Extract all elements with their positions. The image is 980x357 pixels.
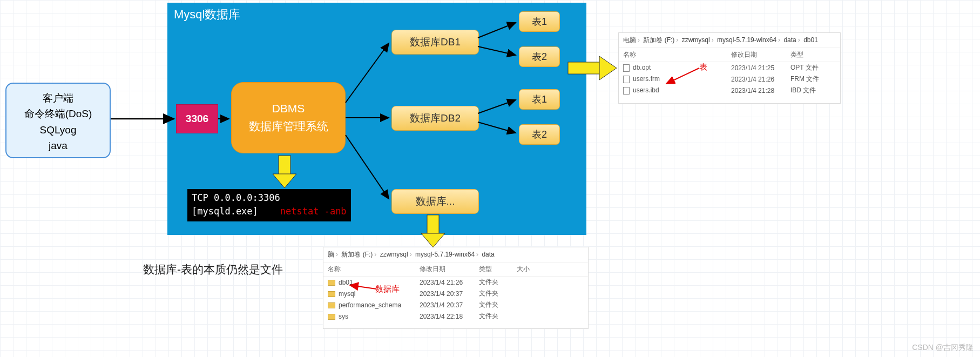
file-list-header: 名称 修改日期 类型 — [619, 48, 840, 62]
file-list-header: 名称 修改日期 类型 大小 — [323, 262, 588, 277]
watermark: CSDN @吉冈秀隆 — [912, 343, 974, 353]
table1-a-box: 表1 — [519, 11, 560, 32]
client-line2: 命令终端(DoS) — [10, 106, 106, 122]
database-db2-box: 数据库DB2 — [391, 106, 479, 131]
client-line3: SQLyog — [10, 122, 106, 138]
file-icon — [623, 64, 630, 72]
file-explorer-databases: 脑› 新加卷 (F:)› zzwmysql› mysql-5.7.19-winx… — [323, 247, 589, 329]
file-icon — [623, 76, 630, 83]
file-explorer-tables: 电脑› 新加卷 (F:)› zzwmysql› mysql-5.7.19-win… — [618, 32, 841, 104]
table-row: db012023/1/4 21:26文件夹 — [323, 277, 588, 288]
dbms-box: DBMS 数据库管理系统 — [231, 82, 346, 153]
dbms-line2: 数据库管理系统 — [249, 118, 328, 136]
diagram-canvas: 客户端 命令终端(DoS) SQLyog java Mysql数据库 3306 … — [0, 0, 980, 357]
table2-a-box: 表2 — [519, 46, 560, 67]
terminal-line2: [mysqld.exe] netstat -anb — [192, 205, 347, 218]
annotation-database: 数据库 — [375, 284, 400, 294]
folder-icon — [328, 291, 335, 297]
client-box: 客户端 命令终端(DoS) SQLyog java — [5, 83, 111, 158]
table-row: users.frm2023/1/4 21:26FRM 文件 — [619, 73, 840, 85]
port-3306-box: 3306 — [176, 104, 218, 133]
folder-icon — [328, 314, 335, 320]
netstat-terminal: TCP 0.0.0.0:3306 [mysqld.exe] netstat -a… — [187, 189, 351, 221]
table-row: mysql2023/1/4 20:37文件夹 — [323, 288, 588, 299]
file-icon — [623, 87, 630, 95]
table1-b-box: 表1 — [519, 89, 560, 110]
client-line1: 客户端 — [10, 90, 106, 106]
table-row: db.opt2023/1/4 21:25OPT 文件 — [619, 62, 840, 73]
terminal-line1: TCP 0.0.0.0:3306 — [192, 191, 347, 205]
table-row: users.ibd2023/1/4 21:28IBD 文件 — [619, 85, 840, 96]
table2-b-box: 表2 — [519, 124, 560, 145]
breadcrumb: 电脑› 新加卷 (F:)› zzwmysql› mysql-5.7.19-win… — [619, 33, 840, 48]
folder-icon — [328, 280, 335, 286]
breadcrumb: 脑› 新加卷 (F:)› zzwmysql› mysql-5.7.19-winx… — [323, 247, 588, 262]
annotation-table: 表 — [699, 62, 707, 72]
client-line4: java — [10, 138, 106, 153]
mysql-title: Mysql数据库 — [174, 6, 240, 23]
essence-caption: 数据库-表的本质仍然是文件 — [143, 262, 283, 277]
database-db1-box: 数据库DB1 — [391, 30, 479, 55]
dbms-line1: DBMS — [272, 100, 305, 118]
database-db3-box: 数据库... — [391, 189, 479, 214]
table-row: performance_schema2023/1/4 20:37文件夹 — [323, 299, 588, 311]
folder-icon — [328, 302, 335, 308]
table-row: sys2023/1/4 22:18文件夹 — [323, 311, 588, 322]
